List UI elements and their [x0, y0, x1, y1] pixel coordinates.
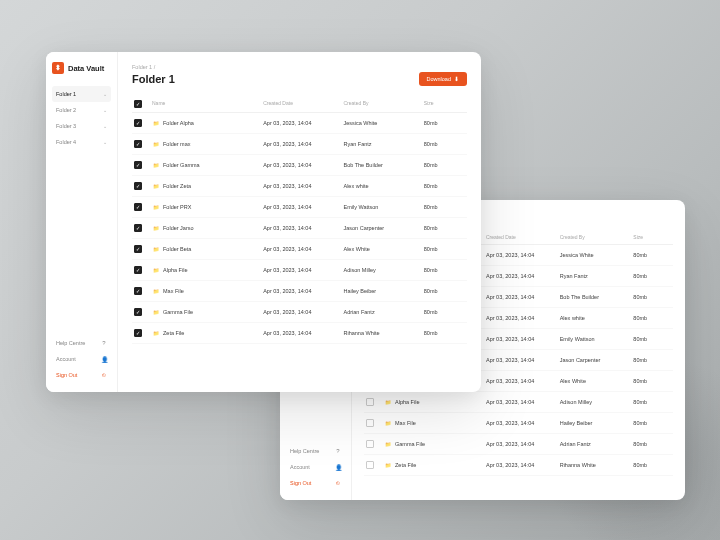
folder-icon: 📁 — [152, 288, 159, 295]
row-checkbox[interactable] — [134, 203, 142, 211]
file-size: 80mb — [633, 399, 673, 405]
file-author: Rihanna White — [343, 330, 423, 336]
row-checkbox[interactable] — [134, 224, 142, 232]
row-checkbox[interactable] — [366, 419, 374, 427]
table-row[interactable]: 📁Zeta FileApr 03, 2023, 14:04Rihanna Whi… — [132, 323, 467, 344]
row-checkbox[interactable] — [366, 398, 374, 406]
file-name: Folder max — [163, 141, 191, 147]
folder-icon: 📁 — [152, 330, 159, 337]
folder-icon: 📁 — [152, 246, 159, 253]
table-row[interactable]: 📁Max FileApr 03, 2023, 14:04Hailey Beibe… — [132, 281, 467, 302]
file-author: Hailey Beiber — [560, 420, 634, 426]
sidebar-item-folder-2[interactable]: Folder 2⌄ — [52, 102, 111, 118]
row-checkbox[interactable] — [134, 182, 142, 190]
file-name: Zeta File — [163, 330, 184, 336]
table-row[interactable]: 📁Folder JarsoApr 03, 2023, 14:04Jason Ca… — [132, 218, 467, 239]
col-date[interactable]: Created Date — [263, 100, 343, 108]
col-by: Created By — [560, 234, 634, 240]
file-date: Apr 03, 2023, 14:04 — [486, 294, 560, 300]
file-date: Apr 03, 2023, 14:04 — [486, 420, 560, 426]
account-link[interactable]: Account 👤 — [286, 460, 345, 474]
table-row[interactable]: 📁Alpha FileApr 03, 2023, 14:04Adison Mil… — [364, 392, 673, 413]
file-author: Jason Carpenter — [343, 225, 423, 231]
sidebar-item-folder-3[interactable]: Folder 3⌄ — [52, 118, 111, 134]
col-by[interactable]: Created By — [343, 100, 423, 108]
signout-icon: ⎋ — [101, 372, 107, 378]
file-author: Rihanna White — [560, 462, 634, 468]
file-author: Ryan Fantz — [560, 273, 634, 279]
file-size: 80mb — [633, 462, 673, 468]
row-checkbox[interactable] — [366, 440, 374, 448]
file-name: Folder Jarso — [163, 225, 194, 231]
col-size[interactable]: Size — [424, 100, 467, 108]
file-name: Folder Gamma — [163, 162, 200, 168]
help-centre-link[interactable]: Help Centre ? — [286, 444, 345, 458]
file-author: Ryan Fantz — [343, 141, 423, 147]
folder-icon: 📁 — [152, 162, 159, 169]
help-centre-link[interactable]: Help Centre ? — [52, 336, 111, 350]
table-row[interactable]: 📁Max FileApr 03, 2023, 14:04Hailey Beibe… — [364, 413, 673, 434]
page-title: Folder 1 — [132, 73, 175, 85]
table-row[interactable]: 📁Gamma FileApr 03, 2023, 14:04Adrian Fan… — [132, 302, 467, 323]
logo-row: ⬍ Data Vault — [52, 62, 111, 74]
signout-link[interactable]: Sign Out ⎋ — [52, 368, 111, 382]
sidebar-item-folder-4[interactable]: Folder 4⌄ — [52, 134, 111, 150]
table-row[interactable]: 📁Alpha FileApr 03, 2023, 14:04Adison Mil… — [132, 260, 467, 281]
account-link[interactable]: Account 👤 — [52, 352, 111, 366]
app-logo-icon: ⬍ — [52, 62, 64, 74]
folder-icon: 📁 — [152, 141, 159, 148]
table-row[interactable]: 📁Folder GammaApr 03, 2023, 14:04Bob The … — [132, 155, 467, 176]
file-author: Alex White — [560, 378, 634, 384]
file-author: Hailey Beiber — [343, 288, 423, 294]
help-label: Help Centre — [290, 448, 319, 454]
sidebar-item-folder-1[interactable]: Folder 1⌄ — [52, 86, 111, 102]
table-row[interactable]: 📁Folder AlphaApr 03, 2023, 14:04Jessica … — [132, 113, 467, 134]
col-name[interactable]: Name — [148, 100, 263, 108]
user-icon: 👤 — [101, 356, 107, 362]
table-row[interactable]: 📁Folder PRXApr 03, 2023, 14:04Emily Watt… — [132, 197, 467, 218]
table-row[interactable]: 📁Folder BetaApr 03, 2023, 14:04Alex Whit… — [132, 239, 467, 260]
file-table: Name Created Date Created By Size 📁Folde… — [132, 96, 467, 380]
row-checkbox[interactable] — [134, 161, 142, 169]
folder-icon: 📁 — [384, 441, 391, 448]
table-row[interactable]: 📁Gamma FileApr 03, 2023, 14:04Adrian Fan… — [364, 434, 673, 455]
file-author: Bob The Builder — [343, 162, 423, 168]
download-button[interactable]: Download ⬇ — [419, 72, 467, 86]
file-date: Apr 03, 2023, 14:04 — [263, 246, 343, 252]
row-checkbox[interactable] — [134, 287, 142, 295]
table-row[interactable]: 📁Folder maxApr 03, 2023, 14:04Ryan Fantz… — [132, 134, 467, 155]
file-date: Apr 03, 2023, 14:04 — [263, 225, 343, 231]
folder-icon: 📁 — [384, 420, 391, 427]
file-author: Alex White — [343, 246, 423, 252]
folder-icon: 📁 — [384, 399, 391, 406]
folder-icon: 📁 — [384, 462, 391, 469]
file-date: Apr 03, 2023, 14:04 — [263, 288, 343, 294]
row-checkbox[interactable] — [134, 119, 142, 127]
table-row[interactable]: 📁Folder ZetaApr 03, 2023, 14:04Alex whit… — [132, 176, 467, 197]
row-checkbox[interactable] — [134, 140, 142, 148]
file-date: Apr 03, 2023, 14:04 — [486, 441, 560, 447]
file-date: Apr 03, 2023, 14:04 — [263, 267, 343, 273]
signout-link[interactable]: Sign Out ⎋ — [286, 476, 345, 490]
sidebar-item-label: Folder 3 — [56, 123, 76, 129]
folder-icon: 📁 — [152, 225, 159, 232]
file-name: Folder Zeta — [163, 183, 191, 189]
file-date: Apr 03, 2023, 14:04 — [486, 252, 560, 258]
row-checkbox[interactable] — [134, 329, 142, 337]
breadcrumb[interactable]: Folder 1 / — [132, 64, 467, 70]
file-size: 80mb — [424, 141, 467, 147]
row-checkbox[interactable] — [134, 245, 142, 253]
file-author: Jason Carpenter — [560, 357, 634, 363]
file-name: Gamma File — [395, 441, 425, 447]
row-checkbox[interactable] — [134, 308, 142, 316]
file-date: Apr 03, 2023, 14:04 — [263, 204, 343, 210]
row-checkbox[interactable] — [366, 461, 374, 469]
table-row[interactable]: 📁Zeta FileApr 03, 2023, 14:04Rihanna Whi… — [364, 455, 673, 476]
select-all-checkbox[interactable] — [134, 100, 142, 108]
file-date: Apr 03, 2023, 14:04 — [486, 315, 560, 321]
file-author: Emily Wattson — [343, 204, 423, 210]
file-size: 80mb — [633, 357, 673, 363]
file-name: Gamma File — [163, 309, 193, 315]
app-name: Data Vault — [68, 64, 104, 73]
row-checkbox[interactable] — [134, 266, 142, 274]
